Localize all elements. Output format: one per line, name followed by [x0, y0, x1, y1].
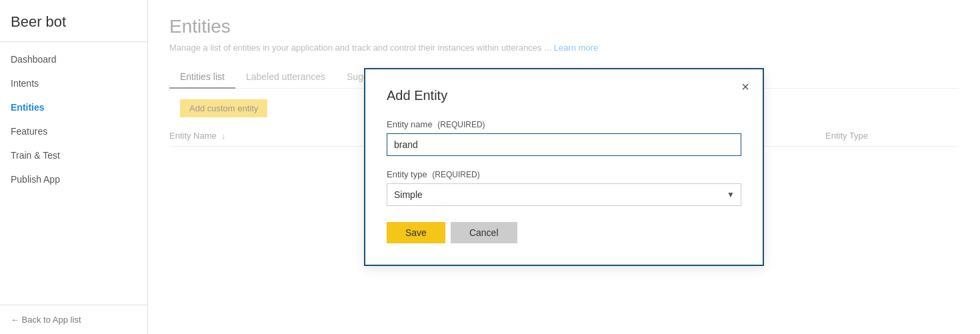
main-content: Entities Manage a list of entities in yo… [148, 0, 980, 334]
entity-name-label: Entity name (REQUIRED) [387, 119, 741, 129]
app-container: Beer bot Dashboard Intents Entities Feat… [0, 0, 980, 334]
sidebar-item-publish-app[interactable]: Publish App [0, 167, 147, 191]
entity-name-group: Entity name (REQUIRED) [387, 119, 741, 156]
sidebar-item-entities[interactable]: Entities [0, 95, 147, 119]
modal-title: Add Entity [387, 88, 741, 103]
modal-overlay: Add Entity × Entity name (REQUIRED) Enti… [148, 0, 980, 334]
back-to-app-list[interactable]: ← Back to App list [0, 305, 147, 334]
sidebar-item-dashboard[interactable]: Dashboard [0, 47, 147, 71]
modal-close-button[interactable]: × [741, 80, 749, 93]
sidebar-item-train-test[interactable]: Train & Test [0, 143, 147, 167]
sidebar-item-features[interactable]: Features [0, 119, 147, 143]
save-button[interactable]: Save [387, 222, 445, 243]
cancel-button[interactable]: Cancel [451, 222, 517, 243]
entity-type-label: Entity type (REQUIRED) [387, 169, 741, 179]
entity-type-select-wrapper: Simple Hierarchical Composite List Regul… [387, 183, 741, 206]
add-entity-modal: Add Entity × Entity name (REQUIRED) Enti… [364, 68, 764, 266]
entity-type-group: Entity type (REQUIRED) Simple Hierarchic… [387, 169, 741, 206]
modal-actions: Save Cancel [387, 222, 741, 243]
sidebar: Beer bot Dashboard Intents Entities Feat… [0, 0, 148, 334]
sidebar-divider [0, 41, 147, 42]
sidebar-nav: Dashboard Intents Entities Features Trai… [0, 47, 147, 305]
sidebar-bottom: ← Back to App list [0, 305, 147, 334]
app-title: Beer bot [0, 0, 147, 41]
sidebar-item-intents[interactable]: Intents [0, 71, 147, 95]
entity-type-select[interactable]: Simple Hierarchical Composite List Regul… [387, 183, 741, 206]
entity-name-input[interactable] [387, 133, 741, 156]
